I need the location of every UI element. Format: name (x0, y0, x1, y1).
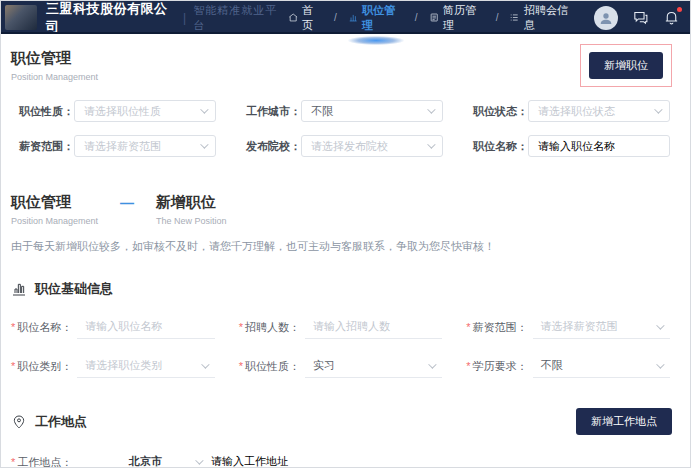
nav-home[interactable]: 首页 (286, 0, 325, 42)
chat-icon (632, 9, 649, 26)
salary-range-field[interactable]: 请选择薪资范围 (533, 315, 670, 339)
required-mark: * (11, 456, 15, 468)
review-notice-text: 由于每天新增职位较多，如审核不及时，请您千万理解，也可主动与客服联系，争取为您尽… (1, 226, 690, 254)
nav-separator: / (496, 12, 499, 23)
filter-publish-school: 发布院校： 请选择发布院校 (238, 135, 443, 157)
header-actions (594, 6, 680, 30)
top-navbar: 三盟科技股份有限公司 | 智能精准就业平台 首页 / 职位管理 / 简历管理 /… (1, 1, 690, 34)
position-nature-select[interactable]: 请选择职位性质 (74, 100, 216, 122)
nav-separator: / (334, 12, 337, 23)
filter-work-city: 工作城市： 不限 (238, 100, 443, 122)
resume-icon (429, 12, 439, 23)
required-mark: * (239, 360, 243, 372)
notification-badge (677, 7, 682, 12)
nav-separator: / (415, 12, 418, 23)
breadcrumb-dash: — (120, 195, 134, 211)
nav-position-label: 职位管理 (362, 3, 404, 33)
chevron-down-icon (200, 140, 208, 148)
position-category-field[interactable]: 请选择职位类别 (77, 354, 214, 378)
breadcrumb: 职位管理 Position Management — 新增职位 The New … (1, 157, 690, 226)
main-nav: 首页 / 职位管理 / 简历管理 / 招聘会信息 (286, 0, 578, 42)
work-location-label-wrap: * 工作地点： (11, 455, 129, 468)
required-mark: * (11, 360, 15, 372)
page-header: 职位管理 Position Management 新增职位 (1, 34, 690, 87)
chevron-down-icon (200, 105, 208, 113)
breadcrumb-parent[interactable]: 职位管理 Position Management (11, 193, 98, 226)
city-select[interactable]: 北京市 (129, 450, 201, 468)
publish-school-select[interactable]: 请选择发布院校 (301, 135, 443, 157)
field-headcount: * 招聘人数： 请输入招聘人数 (239, 315, 443, 339)
nav-jobfair-label: 招聘会信息 (524, 3, 576, 33)
chevron-down-icon (654, 105, 662, 113)
home-icon (288, 12, 298, 23)
work-address-input[interactable]: 请输入工作地址 (201, 450, 439, 468)
page-subtitle: Position Management (11, 72, 98, 82)
field-education-requirement: * 学历要求： 不限 (466, 354, 670, 378)
position-name-input[interactable]: 请输入职位名称 (528, 135, 670, 157)
nav-home-label: 首页 (302, 3, 323, 33)
filter-position-nature: 职位性质： 请选择职位性质 (11, 100, 216, 122)
filter-label: 发布院校： (238, 139, 301, 154)
position-nature-field[interactable]: 实习 (305, 354, 442, 378)
nav-resume-label: 简历管理 (443, 3, 485, 33)
chevron-down-icon (427, 105, 435, 113)
active-nav-glow (348, 36, 404, 45)
basic-info-section-header: 职位基础信息 (1, 254, 690, 298)
page: 三盟科技股份有限公司 | 智能精准就业平台 首页 / 职位管理 / 简历管理 /… (0, 0, 691, 468)
required-mark: * (11, 321, 15, 333)
annotation-highlight-box: 新增职位 (580, 44, 672, 87)
chevron-down-icon (656, 321, 664, 329)
nav-resume-management[interactable]: 简历管理 (427, 0, 487, 42)
filter-label: 工作城市： (238, 104, 301, 119)
position-status-select[interactable]: 请选择职位状态 (528, 100, 670, 122)
field-salary-range: * 薪资范围： 请选择薪资范围 (466, 315, 670, 339)
notifications-button[interactable] (663, 9, 680, 26)
add-position-button[interactable]: 新增职位 (589, 52, 663, 79)
page-title-block: 职位管理 Position Management (11, 49, 98, 82)
platform-tagline: 智能精准就业平台 (193, 3, 286, 33)
breadcrumb-parent-subtitle: Position Management (11, 216, 98, 226)
basic-info-form: * 职位名称： 请输入职位名称 * 招聘人数： 请输入招聘人数 * 薪资范围： … (1, 298, 690, 378)
filter-position-name: 职位名称： 请输入职位名称 (465, 135, 670, 157)
brand-divider: | (183, 11, 186, 25)
filter-position-status: 职位状态： 请选择职位状态 (465, 100, 670, 122)
company-name: 三盟科技股份有限公司 (46, 0, 176, 36)
headcount-field[interactable]: 请输入招聘人数 (305, 315, 442, 339)
field-position-nature: * 职位性质： 实习 (239, 354, 443, 378)
chevron-down-icon (427, 140, 435, 148)
salary-range-select[interactable]: 请选择薪资范围 (74, 135, 216, 157)
filter-label: 职位状态： (465, 104, 528, 119)
page-title: 职位管理 (11, 49, 98, 68)
list-icon (509, 12, 519, 23)
filter-label: 薪资范围： (11, 139, 74, 154)
work-location-section-header: 工作地点 新增工作地点 (1, 378, 690, 435)
chevron-down-icon (428, 360, 436, 368)
education-requirement-field[interactable]: 不限 (533, 354, 670, 378)
work-location-title: 工作地点 (35, 413, 87, 431)
work-location-form-row: * 工作地点： 北京市 请输入工作地址 (1, 435, 690, 468)
chart-icon (348, 12, 358, 23)
breadcrumb-parent-title: 职位管理 (11, 193, 98, 212)
basic-info-title: 职位基础信息 (35, 280, 113, 298)
user-icon (598, 10, 614, 26)
field-position-category: * 职位类别： 请选择职位类别 (11, 354, 215, 378)
chevron-down-icon (201, 360, 209, 368)
add-work-location-button[interactable]: 新增工作地点 (576, 408, 672, 435)
breadcrumb-current: 新增职位 The New Position (156, 193, 227, 226)
required-mark: * (466, 321, 470, 333)
required-mark: * (239, 321, 243, 333)
work-city-select[interactable]: 不限 (301, 100, 443, 122)
filter-label: 职位性质： (11, 104, 74, 119)
breadcrumb-current-subtitle: The New Position (156, 216, 227, 226)
location-pin-icon (11, 414, 27, 430)
position-name-field[interactable]: 请输入职位名称 (77, 315, 214, 339)
nav-position-management[interactable]: 职位管理 (346, 0, 406, 42)
messages-button[interactable] (632, 9, 649, 26)
chevron-down-icon (656, 360, 664, 368)
filter-bar: 职位性质： 请选择职位性质 工作城市： 不限 职位状态： 请选择职位状态 薪资范… (1, 87, 690, 157)
user-avatar[interactable] (594, 6, 618, 30)
breadcrumb-current-title: 新增职位 (156, 193, 227, 212)
nav-job-fair-info[interactable]: 招聘会信息 (507, 0, 578, 42)
bar-chart-icon (11, 281, 27, 297)
required-mark: * (466, 360, 470, 372)
